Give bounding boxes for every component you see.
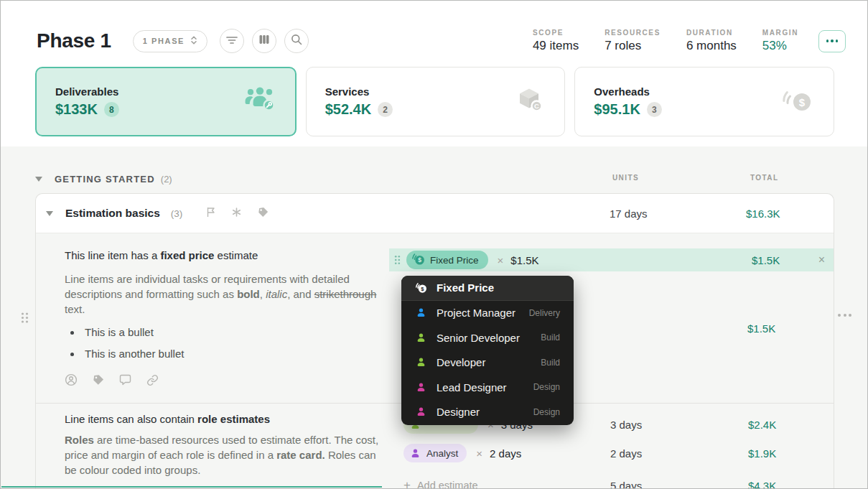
role-pill[interactable]: Analyst <box>403 444 467 462</box>
line-item-actions <box>65 373 159 386</box>
person-icon <box>415 382 427 393</box>
close-row-icon[interactable]: × <box>818 253 825 266</box>
estimate-units: 2 days <box>610 447 642 460</box>
card-overheads[interactable]: Overheads $95.1K 3 $ <box>574 67 834 136</box>
menu-item-designer[interactable]: Designer Design <box>401 400 574 425</box>
add-estimate-row[interactable]: + Add estimate 5 days $4.3K <box>403 475 834 489</box>
menu-item-project-manager[interactable]: Project Manager Delivery <box>401 301 574 326</box>
drag-handle-icon[interactable] <box>394 255 401 265</box>
stat-duration: DURATION 6 months <box>686 29 737 53</box>
card-value: $52.4K <box>325 101 372 118</box>
menu-item-lead-designer[interactable]: Lead Designer Design <box>401 375 574 400</box>
flag-icon[interactable] <box>207 207 215 220</box>
filter-icon <box>226 34 238 47</box>
card-deliverables[interactable]: Deliverables $133K 8 <box>35 67 297 136</box>
fixed-price-estimate-row[interactable]: $ Fixed Price × $1.5K $1.5K × <box>389 248 834 271</box>
person-icon <box>409 448 421 459</box>
card-title: Deliverables <box>55 85 243 98</box>
svg-text:$: $ <box>418 256 421 264</box>
menu-item-label: Developer <box>437 356 531 368</box>
menu-item-senior-developer[interactable]: Senior Developer Build <box>401 325 574 350</box>
collapse-caret-icon[interactable] <box>46 211 53 216</box>
column-header-units: UNITS <box>612 174 639 182</box>
menu-item-fixed-price[interactable]: $ Fixed Price <box>401 276 574 301</box>
team-icon <box>243 86 276 118</box>
asterisk-icon[interactable] <box>232 207 241 220</box>
svg-text:$: $ <box>799 96 806 108</box>
menu-item-group: Build <box>541 358 560 368</box>
estimate-units: 5 days <box>610 480 642 489</box>
section-name: GETTING STARTED <box>55 174 155 185</box>
line-item-title: This line item has a fixed price estimat… <box>65 249 389 261</box>
estimate-total: $1.9K <box>748 447 776 460</box>
services-cube-icon: C <box>513 86 546 118</box>
columns-button[interactable] <box>252 29 276 53</box>
remove-role-icon[interactable]: × <box>476 447 482 460</box>
menu-item-label: Lead Designer <box>437 381 524 393</box>
section-header: GETTING STARTED (2) UNITS TOTAL <box>35 171 834 187</box>
remove-tag-icon[interactable]: × <box>498 254 504 266</box>
role-pill-label: Analyst <box>426 448 458 459</box>
collapse-caret-icon[interactable] <box>35 177 42 182</box>
card-title: Overheads <box>594 85 782 98</box>
add-estimate-button[interactable]: + Add estimate <box>403 478 478 489</box>
estimate-inline-units[interactable]: 2 days <box>490 447 521 460</box>
header-overflow-button[interactable] <box>818 30 846 52</box>
tag-icon[interactable] <box>258 207 269 220</box>
summary-stats: SCOPE 49 items RESOURCES 7 roles DURATIO… <box>533 29 798 53</box>
card-title: Services <box>325 85 513 98</box>
bullet-item: This is another bullet <box>65 348 389 360</box>
group-count: (3) <box>171 208 183 219</box>
next-row-highlight-edge <box>1 486 382 488</box>
add-estimate-label: Add estimate <box>417 480 478 489</box>
columns-icon <box>259 34 269 47</box>
estimate-total: $2.4K <box>748 419 776 431</box>
menu-item-label: Designer <box>437 406 524 418</box>
role-picker-menu: $ Fixed Price Project Manager Delivery S… <box>401 276 574 425</box>
phase-selector[interactable]: 1 PHASE <box>133 30 207 52</box>
coins-icon: $ <box>782 86 815 118</box>
page-title: Phase 1 <box>37 29 111 52</box>
svg-text:C: C <box>534 102 539 110</box>
bullet-list: This is a bullet This is another bullet <box>65 326 389 360</box>
line-item-total: $1.5K <box>747 322 775 335</box>
line-item-paragraph: Line items are individual tasks or requi… <box>65 271 389 317</box>
estimate-value[interactable]: $1.5K <box>510 254 538 266</box>
line-item-title: Line items can also contain role estimat… <box>65 413 389 425</box>
estimate-units: 3 days <box>610 419 642 431</box>
menu-item-label: Project Manager <box>437 307 520 319</box>
person-icon <box>415 357 427 368</box>
stat-resources: RESOURCES 7 roles <box>605 29 661 53</box>
person-icon <box>415 406 427 417</box>
label-tag-icon[interactable] <box>93 374 104 386</box>
link-icon[interactable] <box>146 374 159 386</box>
menu-item-group: Design <box>533 407 560 417</box>
menu-item-label: Senior Developer <box>437 332 531 344</box>
role-estimate-row[interactable]: Analyst × 2 days 2 days $1.9K <box>403 443 834 463</box>
group-header-row[interactable]: Estimation basics (3) 17 days $16.3K <box>36 194 834 233</box>
fixed-price-tag-label: Fixed Price <box>430 255 479 266</box>
fixed-price-tag[interactable]: $ Fixed Price <box>406 251 488 269</box>
stat-scope: SCOPE 49 items <box>533 29 579 53</box>
card-services[interactable]: Services $52.4K 2 C <box>306 67 566 136</box>
line-item-description[interactable]: Line items can also contain role estimat… <box>65 413 389 489</box>
assignee-icon[interactable] <box>65 373 78 386</box>
filter-button[interactable] <box>220 29 244 53</box>
line-item-paragraph: Roles are time-based resources used to e… <box>65 432 389 478</box>
plus-icon: + <box>403 478 411 489</box>
svg-text:$: $ <box>421 286 424 292</box>
search-button[interactable] <box>284 29 309 53</box>
menu-item-developer[interactable]: Developer Build <box>401 350 574 376</box>
header: Phase 1 1 PHASE SCOPE 49 items RESOURCES… <box>37 21 846 61</box>
row-drag-handle-icon[interactable] <box>20 312 29 327</box>
summary-cards: Deliverables $133K 8 Services $52. <box>35 67 834 136</box>
card-value: $95.1K <box>594 101 640 118</box>
search-icon <box>291 34 302 48</box>
group-total: $16.3K <box>746 208 780 220</box>
line-item-description[interactable]: This line item has a fixed price estimat… <box>65 249 389 369</box>
person-icon <box>415 332 427 343</box>
comment-icon[interactable] <box>119 374 131 386</box>
chevron-updown-icon <box>190 35 197 47</box>
menu-item-group: Delivery <box>529 308 560 318</box>
row-overflow-icon[interactable] <box>838 314 851 317</box>
